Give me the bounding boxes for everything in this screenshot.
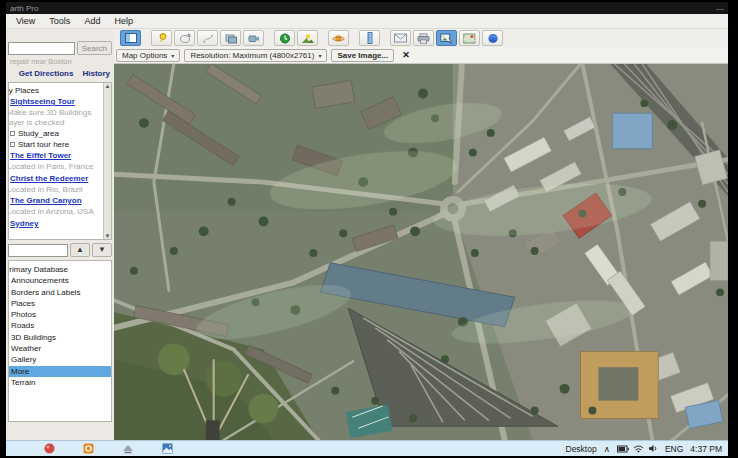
historical-imagery-button[interactable] bbox=[274, 30, 295, 46]
scroll-down-icon[interactable]: ▼ bbox=[105, 233, 111, 239]
layer-terrain[interactable]: Terrain bbox=[8, 377, 111, 388]
place-note-rio: Located in Rio, Brazil bbox=[8, 185, 111, 195]
place-item-study-area[interactable]: Study_area bbox=[8, 128, 111, 139]
sidebar-toggle-button[interactable] bbox=[120, 30, 141, 46]
layer-gallery[interactable]: Gallery bbox=[8, 354, 111, 365]
clock-icon bbox=[279, 33, 291, 44]
checkbox-icon[interactable] bbox=[10, 131, 15, 136]
placemark-bullet-icon[interactable] bbox=[10, 142, 15, 147]
path-icon bbox=[202, 33, 214, 44]
get-directions-link[interactable]: Get Directions bbox=[19, 69, 74, 78]
layers-panel: Primary Database Announcements Borders a… bbox=[8, 260, 112, 422]
places-root-my-places[interactable]: My Places bbox=[8, 85, 111, 96]
layer-places[interactable]: Places bbox=[8, 298, 111, 309]
printer-icon bbox=[417, 33, 430, 44]
layer-3d-buildings[interactable]: 3D Buildings bbox=[8, 332, 111, 343]
add-placemark-button[interactable] bbox=[151, 30, 172, 46]
email-button[interactable] bbox=[390, 30, 411, 46]
place-note-paris: Located in Paris, France bbox=[8, 162, 111, 172]
map-viewport[interactable] bbox=[114, 64, 728, 440]
search-hint: repair near Boston bbox=[8, 55, 112, 67]
place-note-arizona: Located in Arizona, USA bbox=[8, 207, 111, 217]
save-image-options-bar: Map Options ▾ Resolution: Maximum (4800x… bbox=[114, 47, 728, 64]
history-link[interactable]: History bbox=[82, 69, 110, 78]
toolbar bbox=[114, 29, 728, 47]
layer-primary-database[interactable]: Primary Database bbox=[8, 264, 111, 275]
layer-photos[interactable]: Photos bbox=[8, 309, 111, 320]
layer-announcements[interactable]: Announcements bbox=[8, 275, 111, 286]
ruler-icon bbox=[366, 32, 374, 44]
orange-app-icon[interactable] bbox=[83, 443, 94, 454]
next-result-button[interactable]: ▼ bbox=[92, 243, 112, 257]
wifi-icon[interactable] bbox=[633, 444, 644, 453]
scroll-up-icon[interactable]: ▲ bbox=[105, 83, 111, 89]
place-link-eiffel-tower[interactable]: The Eiffel Tower bbox=[8, 150, 111, 161]
place-link-sightseeing-tour[interactable]: Sightseeing Tour bbox=[8, 96, 111, 107]
search-input[interactable] bbox=[8, 42, 75, 55]
places-panel: My Places Sightseeing Tour Make sure 3D … bbox=[8, 82, 112, 240]
globe-icon bbox=[487, 33, 499, 44]
os-taskbar: Desktop ∧ ENG 4:37 PM bbox=[6, 440, 728, 456]
aerial-map[interactable] bbox=[114, 64, 728, 440]
ruler-button[interactable] bbox=[359, 30, 380, 46]
envelope-icon bbox=[394, 33, 407, 43]
print-button[interactable] bbox=[413, 30, 434, 46]
place-link-sydney[interactable]: Sydney bbox=[8, 218, 111, 229]
place-link-christ-the-redeemer[interactable]: Christ the Redeemer bbox=[8, 173, 111, 184]
sun-icon bbox=[302, 33, 314, 44]
resolution-dropdown[interactable]: Resolution: Maximum (4800x2761) ▾ bbox=[184, 49, 327, 62]
speaker-icon[interactable] bbox=[648, 444, 658, 453]
save-image-button[interactable] bbox=[436, 30, 457, 46]
globe-button[interactable] bbox=[482, 30, 503, 46]
clock[interactable]: 4:37 PM bbox=[690, 444, 722, 454]
show-desktop-button[interactable]: Desktop bbox=[566, 444, 597, 454]
add-polygon-button[interactable] bbox=[174, 30, 195, 46]
search-button[interactable]: Search bbox=[77, 41, 112, 55]
title-bar: arth Pro — bbox=[6, 2, 728, 14]
minimize-button[interactable]: — bbox=[716, 4, 724, 13]
image-overlay-icon bbox=[225, 33, 237, 44]
sunlight-button[interactable] bbox=[297, 30, 318, 46]
record-tour-button[interactable] bbox=[243, 30, 264, 46]
place-note-3d-buildings: Make sure 3D Buildings layer is checked bbox=[8, 108, 111, 127]
chevron-down-icon: ▾ bbox=[318, 52, 321, 59]
menu-view[interactable]: View bbox=[16, 16, 35, 26]
add-image-overlay-button[interactable] bbox=[220, 30, 241, 46]
menu-tools[interactable]: Tools bbox=[49, 16, 70, 26]
save-image-confirm-button[interactable]: Save Image... bbox=[331, 49, 394, 62]
add-path-button[interactable] bbox=[197, 30, 218, 46]
menu-add[interactable]: Add bbox=[84, 16, 100, 26]
sidebar-toggle-icon bbox=[125, 33, 137, 43]
google-maps-icon bbox=[463, 33, 476, 44]
close-save-bar-icon[interactable]: ✕ bbox=[402, 50, 410, 60]
video-camera-icon bbox=[248, 33, 260, 44]
saturn-icon bbox=[332, 33, 345, 44]
map-options-dropdown[interactable]: Map Options ▾ bbox=[116, 49, 180, 62]
screenshot-frame: arth Pro — View Tools Add Help Search re… bbox=[0, 0, 738, 458]
place-link-grand-canyon[interactable]: The Grand Canyon bbox=[8, 195, 111, 206]
place-item-start-tour-here[interactable]: Start tour here bbox=[8, 139, 111, 150]
google-earth-window: arth Pro — View Tools Add Help Search re… bbox=[6, 2, 728, 456]
places-scrollbar[interactable]: ▲ ▼ bbox=[103, 83, 111, 239]
browser-icon[interactable] bbox=[44, 443, 55, 454]
menu-bar: View Tools Add Help bbox=[6, 14, 728, 29]
view-in-google-maps-button[interactable] bbox=[459, 30, 480, 46]
battery-icon[interactable] bbox=[617, 445, 629, 453]
previous-result-button[interactable]: ▲ bbox=[70, 243, 90, 257]
app-title: arth Pro bbox=[10, 4, 38, 13]
planets-button[interactable] bbox=[328, 30, 349, 46]
language-indicator[interactable]: ENG bbox=[665, 444, 683, 454]
layer-roads[interactable]: Roads bbox=[8, 320, 111, 331]
tray-chevron-icon[interactable]: ∧ bbox=[604, 444, 610, 454]
save-image-icon bbox=[440, 33, 453, 44]
layer-weather[interactable]: Weather bbox=[8, 343, 111, 354]
menu-help[interactable]: Help bbox=[114, 16, 133, 26]
places-filter-input[interactable] bbox=[8, 244, 68, 257]
layer-more[interactable]: More bbox=[8, 366, 111, 377]
google-earth-taskbar-icon[interactable] bbox=[122, 443, 134, 454]
placemark-icon bbox=[156, 33, 168, 44]
sidebar: Search repair near Boston Get Directions… bbox=[6, 29, 114, 440]
layer-borders-and-labels[interactable]: Borders and Labels bbox=[8, 287, 111, 298]
photos-app-icon[interactable] bbox=[162, 443, 173, 454]
polygon-icon bbox=[179, 33, 191, 44]
